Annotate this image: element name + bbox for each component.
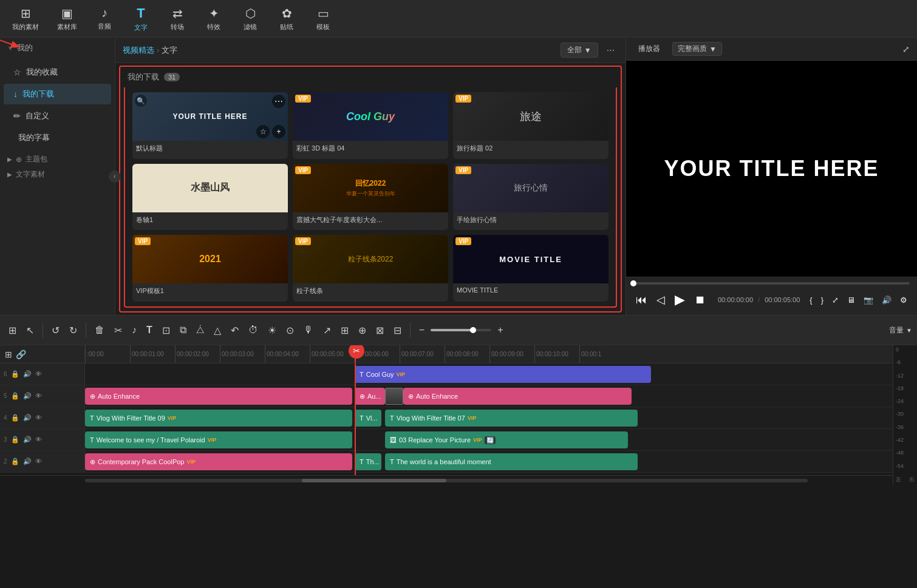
clip-cool-guy[interactable]: T Cool Guy VIP (355, 366, 651, 383)
clip-the[interactable]: T Th... (355, 453, 381, 470)
magnet-button[interactable]: 🔗 (16, 350, 26, 359)
sidebar-item-my-subtitle[interactable]: 我的字幕 (4, 127, 111, 148)
zoom-handle[interactable] (470, 327, 476, 333)
zoom-minus-button[interactable]: − (415, 322, 428, 338)
lock-track-icon[interactable]: 🔒 (10, 413, 21, 423)
grid-item-hand-travel[interactable]: VIP 旅行心情 手绘旅行心情 (453, 164, 608, 231)
toolbar-template[interactable]: ▭ 模板 (308, 4, 338, 34)
screenshot-button[interactable]: 📷 (861, 293, 876, 307)
grid-item-travel[interactable]: VIP 旅途 旅行标题 02 (453, 92, 608, 159)
clip-travel-polaroid[interactable]: T Welcome to see my / Travel Polaroid VI… (85, 431, 352, 448)
toolbar-audio[interactable]: ♪ 音频 (89, 4, 120, 33)
fullscreen-button[interactable]: ⤢ (830, 293, 841, 307)
toolbar-filter[interactable]: ⬡ 滤镜 (235, 4, 265, 34)
expand-preview-button[interactable]: ⤢ (902, 44, 910, 54)
lock-track-icon[interactable]: 🔒 (10, 391, 21, 401)
brightness-button[interactable]: ☀ (264, 322, 280, 339)
item-more-button[interactable]: ⋯ (272, 95, 285, 108)
visibility-icon[interactable]: 👁 (34, 369, 43, 379)
toolbar-my-material[interactable]: ⊞ 我的素材 (6, 4, 45, 34)
audio-track-icon[interactable]: 🔊 (22, 456, 33, 467)
audio-track-icon[interactable]: 🔊 (22, 413, 33, 423)
text-button[interactable]: T (143, 322, 156, 338)
copy-button[interactable]: ⧉ (176, 322, 190, 338)
settings-button[interactable]: ⚙ (898, 293, 910, 307)
sticker2-button[interactable]: ⊕ (355, 322, 370, 339)
clip-vlog-title-1[interactable]: T Vlog With Filter Title 09 VIP (85, 410, 352, 427)
delete-button[interactable]: 🗑 (91, 322, 108, 338)
paste-button[interactable]: ⧊ (193, 322, 208, 338)
mask-button[interactable]: △ (210, 322, 225, 339)
clip-auto-enhance-1[interactable]: ⊕ Auto Enhance (85, 388, 352, 405)
clip-auto-enhance-2[interactable]: ⊕ Au... (355, 388, 385, 405)
theme-section-header[interactable]: ▶ ⊕ 主题包 (0, 152, 115, 167)
mic-button[interactable]: 🎙 (300, 322, 317, 338)
screen-button[interactable]: 🖥 (845, 293, 857, 307)
scrollbar-thumb[interactable] (302, 479, 446, 482)
clip-auto-enhance-3[interactable]: ⊕ Auto Enhance (403, 388, 632, 405)
player-button[interactable]: 播放器 (633, 41, 665, 56)
text-material-section-header[interactable]: ▶ 文字素材 (0, 167, 115, 182)
lock-track-icon[interactable]: 🔒 (10, 434, 21, 445)
rotate-button[interactable]: ↶ (227, 322, 242, 339)
lock-track-icon[interactable]: 🔒 (10, 369, 21, 379)
audio-track-icon[interactable]: 🔊 (22, 369, 33, 379)
lock-button[interactable]: ⊙ (282, 322, 298, 339)
clip-contemporary-pack[interactable]: ⊕ Contemporary Pack CoolPop VIP (85, 453, 352, 470)
panel-collapse-button[interactable]: ‹ (109, 171, 121, 183)
audio-track-icon[interactable]: 🔊 (22, 391, 33, 401)
toolbar-transition[interactable]: ⇄ 转场 (162, 4, 193, 34)
timeline-scrollbar[interactable] (0, 475, 893, 485)
sidebar-item-custom[interactable]: ✏ 自定义 (4, 106, 111, 126)
clip-vlog-title-3[interactable]: T Vlog With Filter Title 07 VIP (385, 410, 638, 427)
favorite-button[interactable]: ☆ (256, 125, 270, 138)
select-button[interactable]: ↖ (22, 322, 38, 339)
toolbar-material-lib[interactable]: ▣ 素材库 (51, 4, 83, 34)
add-button[interactable]: + (272, 125, 285, 138)
zoom-plus-button[interactable]: + (494, 322, 506, 338)
play-button[interactable]: ▶ (672, 289, 687, 310)
mark-in-button[interactable]: { (807, 293, 814, 307)
visibility-icon[interactable]: 👁 (34, 434, 43, 445)
visibility-icon[interactable]: 👁 (34, 456, 43, 467)
breadcrumb-parent[interactable]: 视频精选 (123, 45, 154, 56)
clip-vlog-title-2[interactable]: T Vl... (355, 410, 381, 427)
clip-world-beautiful[interactable]: T The world is a beautiful moment (385, 453, 638, 470)
clip-replace-picture[interactable]: 🖼 03 Replace Your Picture VIP 🔄 (385, 431, 628, 448)
stop-button[interactable]: ⏹ (692, 291, 708, 309)
layout-button[interactable]: ⊞ (5, 322, 20, 339)
lock-track-icon[interactable]: 🔒 (10, 456, 21, 467)
pip-button[interactable]: ⊞ (337, 322, 352, 339)
toolbar-text[interactable]: T 文字 (126, 3, 156, 35)
speed-button[interactable]: ⏱ (245, 322, 262, 338)
add-track-button[interactable]: ⊞ (5, 350, 12, 359)
visibility-icon[interactable]: 👁 (34, 391, 43, 401)
toolbar-sticker[interactable]: ✿ 贴纸 (271, 4, 302, 34)
undo-button[interactable]: ↺ (48, 322, 63, 339)
grid-item-shake[interactable]: VIP 回忆2022 华夏一个英灵告别年 震撼大气粒子年度表彰大会... (293, 164, 448, 231)
frame-back-button[interactable]: ◁ (654, 291, 667, 309)
grid-item-vip2[interactable]: VIP 粒子线条2022 粒子线条 (293, 235, 448, 302)
audio-button[interactable]: 🔊 (879, 293, 894, 307)
mark-out-button[interactable]: } (819, 293, 826, 307)
more-options-button[interactable]: ··· (603, 44, 618, 57)
grid-item-scroll[interactable]: 水墨山风 卷轴1 (132, 164, 288, 231)
cut-button[interactable]: ✂ (111, 322, 126, 339)
visibility-icon[interactable]: 👁 (34, 413, 43, 423)
toolbar-effects[interactable]: ✦ 特效 (199, 4, 229, 34)
crop-button[interactable]: ⊡ (159, 322, 174, 339)
sidebar-item-my-collect[interactable]: ☆ 我的收藏 (4, 62, 111, 83)
more1-button[interactable]: ⊠ (372, 322, 387, 339)
audio-track-icon[interactable]: 🔊 (22, 434, 33, 445)
more2-button[interactable]: ⊟ (390, 322, 405, 339)
filter-dropdown[interactable]: 全部 ▼ (561, 42, 598, 58)
progress-bar[interactable] (633, 282, 910, 285)
grid-item-rainbow[interactable]: VIP Cool Guy 彩虹 3D 标题 04 (293, 92, 448, 159)
zoom-slider[interactable] (431, 329, 491, 331)
extract-button[interactable]: ↗ (319, 322, 335, 339)
grid-item-vip3[interactable]: VIP MOVIE TITLE MOVIE TITLE (453, 235, 608, 302)
redo-button[interactable]: ↻ (66, 322, 81, 339)
sidebar-item-my-download[interactable]: ↓ 我的下载 (4, 84, 111, 104)
grid-item-default-title[interactable]: 🔍 ⋯ YOUR TITLE HERE ☆ + 默认标题 (132, 92, 288, 159)
quality-selector[interactable]: 完整画质 ▼ (672, 42, 722, 56)
